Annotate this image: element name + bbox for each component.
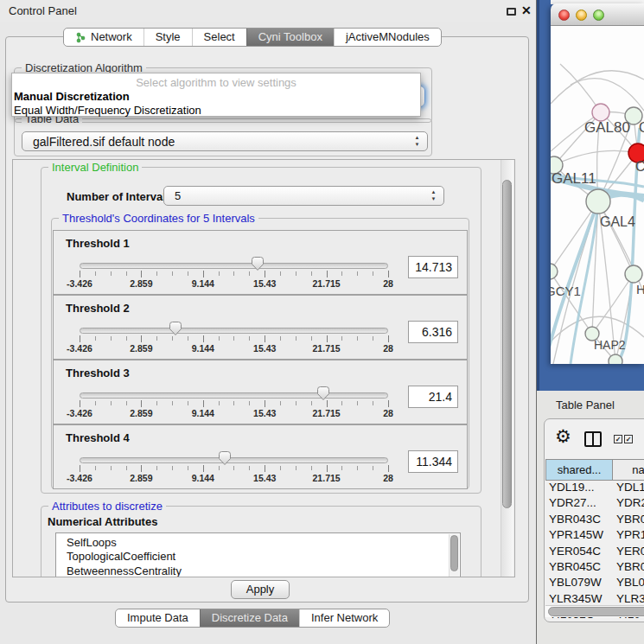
cell-shared-name: YBR045C bbox=[545, 560, 613, 576]
node-bottom[interactable] bbox=[609, 354, 622, 364]
tab-label: Network bbox=[91, 29, 132, 46]
tab-label: Discretize Data bbox=[212, 609, 288, 627]
minimize-traffic-light-icon[interactable] bbox=[576, 10, 587, 21]
table-row[interactable]: YDL19... YDL1 bbox=[545, 481, 644, 496]
threshold-1-block: Threshold 1 -3.4262.859 9.14415.43 21.71… bbox=[53, 230, 468, 295]
cell-name: YBL0 bbox=[613, 576, 644, 591]
slider-tick-labels: -3.4262.859 9.14415.43 21.71528 bbox=[80, 473, 388, 484]
slider-track[interactable] bbox=[80, 457, 388, 463]
threshold-value-field[interactable] bbox=[408, 321, 458, 343]
list-scrollbar[interactable] bbox=[449, 534, 459, 577]
table-row[interactable]: YPR145W YPR1 bbox=[545, 528, 644, 544]
dropdown-option-equal-width[interactable]: Equal Width/Frequency Discretization bbox=[14, 104, 201, 117]
attribute-items: SelfLoops TopologicalCoefficient Between… bbox=[56, 533, 460, 577]
tab-style[interactable]: Style bbox=[143, 29, 192, 46]
table-data-combobox[interactable]: galFiltered.sif default node ▲▼ bbox=[22, 131, 428, 151]
tab-label: jActiveMNodules bbox=[346, 29, 430, 46]
horizontal-scrollbar[interactable] bbox=[545, 605, 644, 617]
list-item[interactable]: SelfLoops bbox=[56, 533, 460, 550]
threshold-value-field[interactable] bbox=[408, 386, 458, 408]
tab-network[interactable]: Network bbox=[64, 29, 143, 46]
threshold-value-field[interactable] bbox=[408, 256, 458, 278]
bottom-tab-bar: Impute Data Discretize Data Infer Networ… bbox=[115, 609, 390, 628]
scrollbar-thumb[interactable] bbox=[548, 607, 644, 616]
columns-icon[interactable] bbox=[584, 431, 602, 447]
group-label: Threshold's Coordinates for 5 Intervals bbox=[59, 212, 258, 225]
spinner-arrows-icon: ▲▼ bbox=[413, 134, 421, 148]
threshold-slider[interactable]: -3.4262.859 9.14415.43 21.71528 bbox=[80, 296, 388, 360]
cell-shared-name: YDR27... bbox=[545, 496, 613, 512]
tab-label: Infer Network bbox=[311, 609, 378, 627]
tab-select[interactable]: Select bbox=[192, 29, 246, 46]
slider-track[interactable] bbox=[80, 392, 388, 399]
spinner-arrows-icon: ▲▼ bbox=[430, 188, 437, 202]
tab-cyni-toolbox[interactable]: Cyni Toolbox bbox=[246, 29, 334, 46]
cell-shared-name: YPR145W bbox=[545, 528, 613, 544]
threshold-coordinates-group: Threshold's Coordinates for 5 Intervals … bbox=[51, 218, 469, 489]
screen: Control Panel ✕ Network Style Select Cyn… bbox=[0, 0, 644, 644]
cell-shared-name: YBR043C bbox=[545, 513, 613, 528]
network-view-window: GAL80 GA CY GAL11 GAL4 GCY1 HA HAP2 bbox=[551, 3, 644, 364]
node-label: HA bbox=[636, 282, 644, 296]
node-gal80[interactable] bbox=[592, 104, 609, 121]
table-row[interactable]: YER054C YER0 bbox=[545, 545, 644, 560]
slider-major-ticks bbox=[80, 400, 389, 407]
node-label: GAL80 bbox=[584, 119, 630, 136]
slider-tick-labels: -3.4262.859 9.14415.43 21.71528 bbox=[80, 343, 388, 354]
network-icon bbox=[75, 32, 86, 43]
combobox-value: galFiltered.sif default node bbox=[33, 132, 175, 151]
cell-shared-name: YDL19... bbox=[545, 481, 613, 496]
threshold-slider[interactable]: -3.4262.859 9.14415.43 21.71528 bbox=[80, 360, 388, 425]
threshold-2-block: Threshold 2 -3.4262.859 9.14415.43 21.71… bbox=[53, 295, 468, 360]
checkbox-icon[interactable]: ✓ bbox=[614, 435, 622, 443]
tab-infer-network[interactable]: Infer Network bbox=[299, 609, 389, 627]
dropdown-option-manual[interactable]: Manual Discretization bbox=[14, 90, 130, 103]
threshold-slider[interactable]: -3.4262.859 9.14415.43 21.71528 bbox=[80, 425, 388, 490]
list-item[interactable]: BetweennessCentrality bbox=[56, 564, 460, 577]
scrollbar-thumb[interactable] bbox=[502, 180, 512, 508]
numerical-attributes-list[interactable]: SelfLoops TopologicalCoefficient Between… bbox=[55, 532, 461, 577]
node-right-mid[interactable] bbox=[625, 265, 642, 283]
tab-discretize-data[interactable]: Discretize Data bbox=[200, 609, 299, 627]
apply-button[interactable]: Apply bbox=[231, 580, 290, 599]
float-window-icon[interactable] bbox=[507, 8, 516, 16]
slider-tick-labels: -3.4262.859 9.14415.43 21.71528 bbox=[80, 408, 388, 419]
tab-label: Select bbox=[204, 29, 235, 46]
network-window-titlebar[interactable] bbox=[551, 3, 644, 26]
zoom-traffic-light-icon[interactable] bbox=[593, 10, 604, 21]
slider-track[interactable] bbox=[80, 263, 388, 269]
cell-name: YBR0 bbox=[613, 513, 644, 528]
tab-impute-data[interactable]: Impute Data bbox=[116, 609, 200, 627]
column-header-name[interactable]: na bbox=[613, 459, 644, 481]
table-row[interactable]: YBL079W YBL0 bbox=[545, 576, 644, 591]
cell-name: YDR2 bbox=[613, 496, 644, 512]
threshold-slider[interactable]: -3.4262.859 9.14415.43 21.71528 bbox=[80, 231, 388, 296]
interval-definition-group: Interval Definition Number of Intervals … bbox=[41, 167, 481, 494]
slider-major-ticks bbox=[80, 271, 389, 277]
group-label: Interval Definition bbox=[48, 161, 142, 174]
close-traffic-light-icon[interactable] bbox=[558, 10, 570, 21]
slider-track[interactable] bbox=[80, 328, 388, 334]
table-row[interactable]: YBR045C YBR0 bbox=[545, 560, 644, 576]
desktop-edge bbox=[537, 0, 539, 391]
settings-scrollbar[interactable] bbox=[501, 160, 513, 577]
tab-jactivemnodules[interactable]: jActiveMNodules bbox=[334, 29, 441, 46]
node-gcy1[interactable] bbox=[551, 264, 558, 279]
node-label: GCY1 bbox=[551, 284, 581, 298]
node-label: GAL4 bbox=[600, 214, 635, 229]
threshold-4-block: Threshold 4 -3.4262.859 9.14415.43 21.71… bbox=[53, 424, 468, 489]
gear-icon[interactable]: ⚙ bbox=[555, 426, 571, 447]
network-canvas[interactable]: GAL80 GA CY GAL11 GAL4 GCY1 HA HAP2 bbox=[551, 26, 644, 364]
cell-shared-name: YBL079W bbox=[545, 576, 613, 591]
table-row[interactable]: YDR27... YDR2 bbox=[545, 496, 644, 512]
node-gal4[interactable] bbox=[586, 189, 610, 214]
table-panel-box: ⚙ ✓ ✓ shared... na YDL19... YDL1 YDR27..… bbox=[544, 418, 644, 622]
threshold-value-field[interactable] bbox=[408, 450, 458, 473]
table-row[interactable]: YBR043C YBR0 bbox=[545, 513, 644, 528]
panel-title: Control Panel bbox=[9, 4, 77, 17]
checkbox-icon[interactable]: ✓ bbox=[624, 435, 633, 443]
close-icon[interactable]: ✕ bbox=[521, 3, 532, 17]
column-header-shared-name[interactable]: shared... bbox=[545, 459, 613, 481]
number-of-intervals-combobox[interactable]: 5 ▲▼ bbox=[163, 186, 444, 206]
list-item[interactable]: TopologicalCoefficient bbox=[56, 550, 460, 564]
